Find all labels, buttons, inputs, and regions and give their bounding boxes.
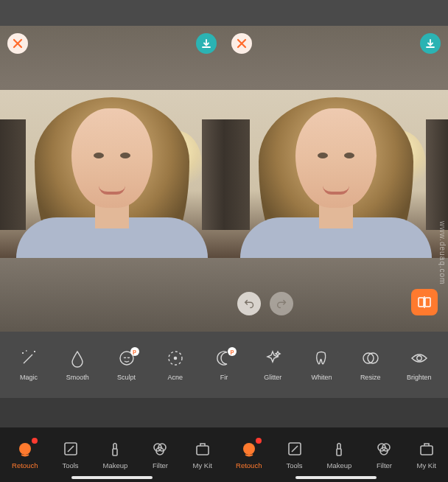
tool-acne[interactable]: Acne: [151, 349, 200, 381]
tool-label: Magic: [20, 374, 38, 381]
editor-panes: [0, 0, 448, 332]
svg-point-8: [417, 356, 421, 360]
close-button[interactable]: [231, 33, 252, 54]
tool-brighten[interactable]: Brighten: [395, 349, 444, 381]
svg-rect-22: [421, 446, 433, 455]
lipstick-icon: [330, 440, 348, 458]
photo-canvas[interactable]: [0, 90, 224, 258]
tab-group-right: Retouch Tools Makeup Filter My Kit: [224, 427, 448, 482]
tab-mykit[interactable]: My Kit: [193, 440, 212, 469]
tab-makeup[interactable]: Makeup: [327, 440, 352, 469]
svg-point-5: [174, 357, 176, 359]
tab-tools[interactable]: Tools: [286, 440, 304, 469]
crescent-icon: p: [214, 349, 234, 368]
tab-group-left: Retouch Tools Makeup Filter My Kit: [0, 427, 224, 482]
tab-label: Makeup: [327, 461, 352, 469]
lipstick-icon: [106, 440, 124, 458]
premium-badge: p: [130, 347, 139, 356]
svg-point-9: [19, 443, 31, 455]
svg-rect-15: [197, 446, 209, 455]
retouch-icon: [16, 440, 34, 458]
tab-label: Tools: [286, 461, 302, 469]
sparkle-icon: [263, 349, 282, 368]
tab-filter[interactable]: Filter: [375, 440, 393, 469]
editor-pane-right: [224, 0, 448, 332]
svg-point-7: [368, 353, 378, 363]
eye-icon: [410, 349, 429, 368]
tool-whiten[interactable]: Whiten: [297, 349, 346, 381]
edit-icon: [286, 440, 304, 458]
tab-filter[interactable]: Filter: [151, 440, 169, 469]
face-sculpt-icon: p: [117, 349, 136, 368]
tab-label: Retouch: [236, 461, 262, 469]
notification-dot: [256, 438, 262, 444]
tool-smooth[interactable]: Smooth: [53, 349, 102, 381]
svg-point-6: [363, 353, 374, 363]
home-indicator[interactable]: [71, 476, 153, 479]
undo-icon: [243, 298, 255, 310]
target-icon: [166, 349, 185, 368]
tab-retouch[interactable]: Retouch: [236, 440, 262, 469]
save-button[interactable]: [196, 33, 217, 54]
save-button[interactable]: [420, 33, 441, 54]
edit-icon: [62, 440, 80, 458]
tool-label: Brighten: [407, 374, 432, 381]
close-button[interactable]: [7, 33, 28, 54]
download-icon: [201, 38, 211, 49]
status-bar: [0, 0, 224, 26]
kit-icon: [194, 440, 211, 458]
notification-dot: [32, 438, 38, 444]
tool-label: Glitter: [264, 374, 281, 381]
tab-label: Tools: [62, 461, 78, 469]
redo-button[interactable]: [270, 292, 293, 315]
filter-rings-icon: [151, 440, 169, 458]
redo-icon: [276, 298, 287, 310]
tab-label: Retouch: [12, 461, 38, 469]
tab-makeup[interactable]: Makeup: [103, 440, 128, 469]
svg-rect-1: [425, 298, 430, 307]
tool-glitter[interactable]: Glitter: [248, 349, 297, 381]
tool-label: Fir: [220, 374, 228, 381]
tooth-icon: [312, 349, 331, 368]
resize-icon: [361, 349, 380, 368]
filter-rings-icon: [375, 440, 393, 458]
undo-button[interactable]: [237, 292, 261, 315]
droplet-icon: [68, 349, 87, 368]
photo-canvas[interactable]: [224, 90, 448, 258]
svg-rect-18: [337, 449, 341, 455]
download-icon: [425, 38, 435, 49]
magic-wand-icon: [19, 349, 38, 368]
tool-magic[interactable]: Magic: [4, 349, 53, 381]
home-indicator[interactable]: [295, 476, 377, 479]
compare-button[interactable]: [411, 289, 438, 315]
tool-firm[interactable]: p Fir: [200, 349, 248, 381]
tool-label: Resize: [360, 374, 381, 381]
tool-label: Acne: [168, 374, 183, 381]
tab-tools[interactable]: Tools: [62, 440, 80, 469]
history-controls: [237, 292, 293, 315]
tool-resize[interactable]: Resize: [346, 349, 395, 381]
tool-sculpt[interactable]: p Sculpt: [102, 349, 150, 381]
svg-rect-0: [419, 298, 424, 307]
retouch-tool-strip: Magic Smooth p Sculpt Acne p Fir Glitter: [0, 332, 448, 398]
editor-pane-left: [0, 0, 224, 332]
status-bar: [224, 0, 448, 26]
retouch-icon: [240, 440, 258, 458]
tab-label: Makeup: [103, 461, 128, 469]
watermark: www.deuaq.com: [438, 221, 447, 284]
compare-icon: [417, 295, 432, 310]
svg-rect-11: [113, 449, 117, 455]
tool-label: Whiten: [311, 374, 332, 381]
tab-label: My Kit: [417, 461, 436, 469]
tool-label: Smooth: [66, 374, 89, 381]
tab-label: My Kit: [193, 461, 212, 469]
close-icon: [13, 38, 23, 49]
tab-retouch[interactable]: Retouch: [12, 440, 38, 469]
premium-badge: p: [228, 347, 237, 356]
kit-icon: [418, 440, 435, 458]
bottom-tab-bar: Retouch Tools Makeup Filter My Kit: [0, 427, 448, 482]
tab-mykit[interactable]: My Kit: [417, 440, 436, 469]
tool-label: Sculpt: [117, 374, 136, 381]
close-icon: [237, 38, 247, 49]
svg-point-16: [243, 443, 255, 455]
